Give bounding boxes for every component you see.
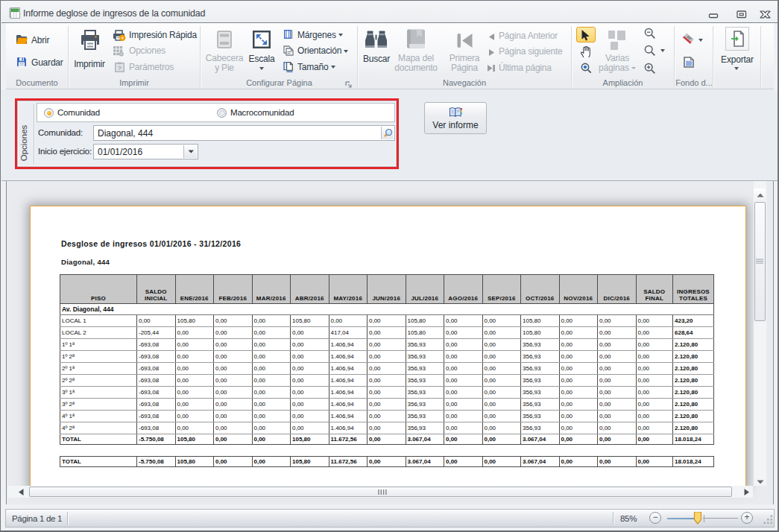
svg-text:?: ? xyxy=(118,65,122,72)
